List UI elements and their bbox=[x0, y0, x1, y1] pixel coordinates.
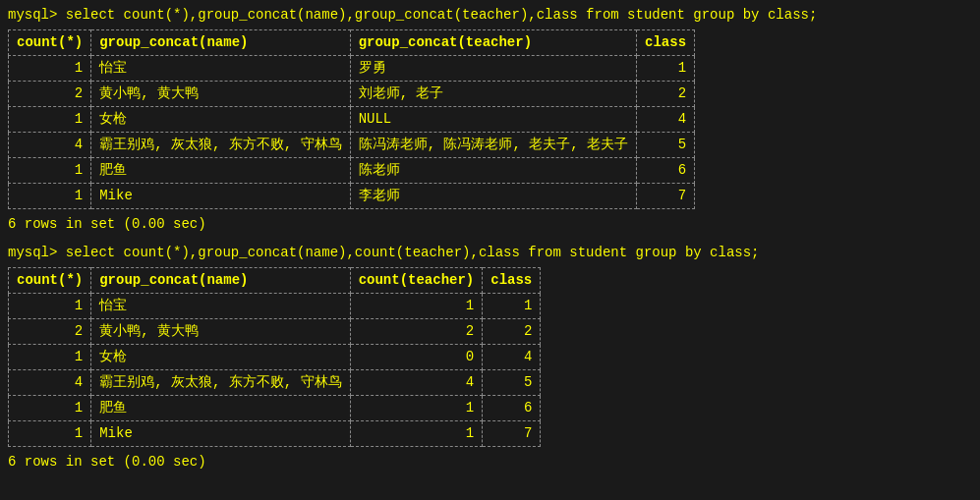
query2-result: 6 rows in set (0.00 sec) bbox=[8, 453, 972, 472]
table-row: 4霸王别鸡, 灰太狼, 东方不败, 守林鸟陈冯涛老师, 陈冯涛老师, 老夫子, … bbox=[9, 132, 695, 157]
table-row: 1Mike李老师7 bbox=[9, 183, 695, 208]
table-cell: 4 bbox=[9, 369, 91, 395]
table-row: 2黄小鸭, 黄大鸭刘老师, 老子2 bbox=[9, 81, 695, 106]
query2-prompt: mysql> select count(*),group_concat(name… bbox=[8, 244, 972, 263]
table-cell: 2 bbox=[9, 81, 91, 106]
table-row: 1肥鱼陈老师6 bbox=[9, 157, 695, 183]
query1-table: count(*) group_concat(name) group_concat… bbox=[8, 29, 695, 209]
table-row: 1女枪NULL4 bbox=[9, 106, 695, 132]
table-row: 1怡宝11 bbox=[9, 293, 541, 318]
table-cell: 1 bbox=[9, 293, 91, 318]
q2-col-class: class bbox=[483, 267, 541, 293]
table-cell: 2 bbox=[483, 318, 541, 344]
table-cell: 1 bbox=[637, 55, 695, 81]
table-cell: 女枪 bbox=[91, 106, 350, 132]
table-cell: 2 bbox=[637, 81, 695, 106]
query1-result: 6 rows in set (0.00 sec) bbox=[8, 215, 972, 235]
table-row: 2黄小鸭, 黄大鸭22 bbox=[9, 318, 541, 344]
table-cell: 黄小鸭, 黄大鸭 bbox=[91, 318, 350, 344]
query1-prompt: mysql> select count(*),group_concat(name… bbox=[8, 6, 972, 26]
table-cell: 霸王别鸡, 灰太狼, 东方不败, 守林鸟 bbox=[91, 132, 350, 157]
table-cell: 6 bbox=[483, 395, 541, 420]
table-cell: 刘老师, 老子 bbox=[350, 81, 636, 106]
q1-col-count: count(*) bbox=[9, 29, 91, 55]
table-cell: 0 bbox=[350, 344, 483, 369]
table-cell: 1 bbox=[350, 395, 483, 420]
table-cell: 5 bbox=[637, 132, 695, 157]
table-cell: 1 bbox=[483, 293, 541, 318]
table-cell: 6 bbox=[637, 157, 695, 183]
query2-section: mysql> select count(*),group_concat(name… bbox=[8, 244, 972, 472]
q1-col-teacher: group_concat(teacher) bbox=[350, 29, 636, 55]
table-cell: 1 bbox=[9, 420, 91, 446]
query1-section: mysql> select count(*),group_concat(name… bbox=[8, 6, 972, 234]
table-cell: 肥鱼 bbox=[91, 395, 350, 420]
table-cell: 7 bbox=[483, 420, 541, 446]
table-cell: 1 bbox=[350, 420, 483, 446]
table-cell: NULL bbox=[350, 106, 636, 132]
table-cell: 李老师 bbox=[350, 183, 636, 208]
table-cell: 陈老师 bbox=[350, 157, 636, 183]
table-cell: 4 bbox=[483, 344, 541, 369]
q1-col-name: group_concat(name) bbox=[91, 29, 350, 55]
table-cell: 怡宝 bbox=[91, 55, 350, 81]
table-cell: 4 bbox=[637, 106, 695, 132]
table-cell: 2 bbox=[9, 318, 91, 344]
table-cell: 7 bbox=[637, 183, 695, 208]
table-cell: 怡宝 bbox=[91, 293, 350, 318]
table-cell: 1 bbox=[9, 344, 91, 369]
table-row: 4霸王别鸡, 灰太狼, 东方不败, 守林鸟45 bbox=[9, 369, 541, 395]
table-cell: 4 bbox=[9, 132, 91, 157]
table-row: 1怡宝罗勇1 bbox=[9, 55, 695, 81]
table-cell: 1 bbox=[350, 293, 483, 318]
q2-col-name: group_concat(name) bbox=[91, 267, 350, 293]
table-cell: 4 bbox=[350, 369, 483, 395]
table-cell: 1 bbox=[9, 395, 91, 420]
table-row: 1女枪04 bbox=[9, 344, 541, 369]
q2-col-count: count(*) bbox=[9, 267, 91, 293]
table-cell: Mike bbox=[91, 183, 350, 208]
table-cell: 罗勇 bbox=[350, 55, 636, 81]
table-row: 1Mike17 bbox=[9, 420, 541, 446]
table-cell: 1 bbox=[9, 183, 91, 208]
table-cell: 2 bbox=[350, 318, 483, 344]
q1-col-class: class bbox=[637, 29, 695, 55]
table-cell: 陈冯涛老师, 陈冯涛老师, 老夫子, 老夫子 bbox=[350, 132, 636, 157]
q2-col-teacher: count(teacher) bbox=[350, 267, 483, 293]
query2-table: count(*) group_concat(name) count(teache… bbox=[8, 267, 541, 447]
table-cell: 女枪 bbox=[91, 344, 350, 369]
table-cell: 1 bbox=[9, 106, 91, 132]
table-cell: Mike bbox=[91, 420, 350, 446]
table-cell: 1 bbox=[9, 157, 91, 183]
table-cell: 霸王别鸡, 灰太狼, 东方不败, 守林鸟 bbox=[91, 369, 350, 395]
table-row: 1肥鱼16 bbox=[9, 395, 541, 420]
table-cell: 1 bbox=[9, 55, 91, 81]
table-cell: 肥鱼 bbox=[91, 157, 350, 183]
table-cell: 黄小鸭, 黄大鸭 bbox=[91, 81, 350, 106]
table-cell: 5 bbox=[483, 369, 541, 395]
